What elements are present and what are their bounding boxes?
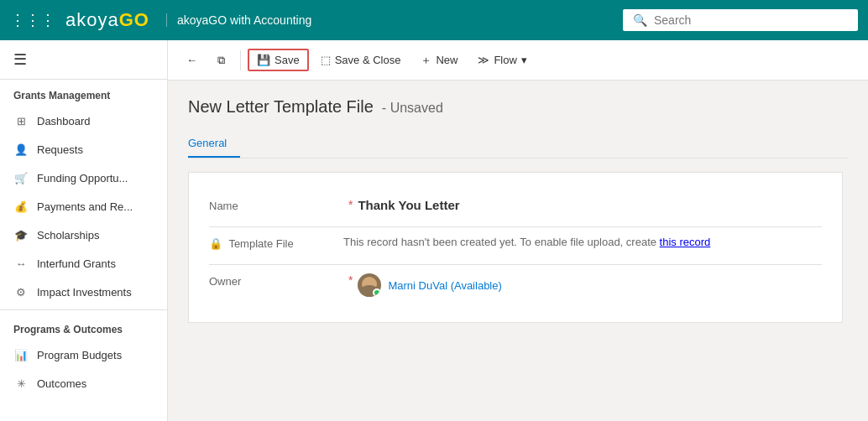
funding-icon: 🛒 xyxy=(13,170,29,185)
flow-button[interactable]: ≫ Flow ▾ xyxy=(469,49,535,70)
sidebar-item-label: Interfund Grants xyxy=(37,257,116,270)
save-icon: 💾 xyxy=(257,54,270,66)
owner-value: Marni DuVal (Available) xyxy=(358,273,822,297)
form-card: Name * Thank You Letter 🔒 Template File … xyxy=(188,172,843,323)
toolbar: ← ⧉ 💾 Save ⬚ Save & Close ＋ New ≫ Flow ▾ xyxy=(168,40,868,81)
form-row-owner: Owner * Marni DuVal (Available) xyxy=(209,265,822,305)
sidebar-item-requests[interactable]: 👤 Requests xyxy=(0,135,167,164)
window-button[interactable]: ⧉ xyxy=(209,49,233,71)
flow-icon: ≫ xyxy=(478,54,489,66)
save-label: Save xyxy=(275,54,300,66)
tab-general[interactable]: General xyxy=(188,130,240,158)
hamburger-menu-button[interactable]: ☰ xyxy=(0,40,167,80)
new-label: New xyxy=(436,54,458,66)
sidebar-section-grants: Grants Management xyxy=(0,80,167,107)
new-icon: ＋ xyxy=(421,53,431,68)
new-button[interactable]: ＋ New xyxy=(412,49,466,72)
sidebar-item-label: Requests xyxy=(37,143,83,156)
page-title-suffix: - Unsaved xyxy=(378,101,442,115)
logo-akoya-text: akoya xyxy=(65,9,119,31)
sidebar: ☰ Grants Management ⊞ Dashboard 👤 Reques… xyxy=(0,40,168,421)
owner-required-indicator: * xyxy=(348,273,353,287)
sidebar-item-interfund[interactable]: ↔ Interfund Grants xyxy=(0,249,167,278)
sidebar-item-label: Outcomes xyxy=(37,377,86,390)
requests-icon: 👤 xyxy=(13,142,29,157)
main-layout: ☰ Grants Management ⊞ Dashboard 👤 Reques… xyxy=(0,40,868,421)
template-file-value: This record hasn't been created yet. To … xyxy=(343,236,822,248)
search-icon: 🔍 xyxy=(633,13,647,27)
page-title: New Letter Template File - Unsaved xyxy=(188,97,848,117)
logo-go-text: GO xyxy=(119,9,149,31)
save-close-icon: ⬚ xyxy=(321,54,331,66)
dashboard-icon: ⊞ xyxy=(13,113,29,128)
name-required-indicator: * xyxy=(348,198,353,211)
top-navigation: ⋮⋮⋮ akoyaGO akoyaGO with Accounting 🔍 xyxy=(0,0,868,40)
owner-label: Owner xyxy=(209,273,343,288)
logo: akoyaGO xyxy=(65,9,149,31)
sidebar-item-program-budgets[interactable]: 📊 Program Budgets xyxy=(0,340,167,369)
save-close-label: Save & Close xyxy=(335,54,401,66)
impact-icon: ⚙ xyxy=(13,284,29,299)
flow-label: Flow xyxy=(494,54,516,66)
owner-name[interactable]: Marni DuVal (Available) xyxy=(388,279,501,292)
owner-status-dot xyxy=(373,288,381,297)
page-title-prefix: New Letter Template File xyxy=(188,97,374,116)
tab-bar: General xyxy=(188,130,848,159)
avatar xyxy=(358,273,381,297)
toolbar-separator xyxy=(240,50,241,70)
content-area: ← ⧉ 💾 Save ⬚ Save & Close ＋ New ≫ Flow ▾ xyxy=(168,40,868,421)
scholarships-icon: 🎓 xyxy=(13,227,29,242)
form-row-name: Name * Thank You Letter xyxy=(209,190,822,226)
sidebar-item-funding[interactable]: 🛒 Funding Opportu... xyxy=(0,164,167,192)
app-name-label: akoyaGO with Accounting xyxy=(166,13,311,27)
save-button[interactable]: 💾 Save xyxy=(248,49,309,71)
sidebar-item-label: Program Budgets xyxy=(37,349,122,361)
sidebar-item-outcomes[interactable]: ✳ Outcomes xyxy=(0,369,167,398)
sidebar-item-label: Scholarships xyxy=(37,229,99,242)
page-content: New Letter Template File - Unsaved Gener… xyxy=(168,81,868,421)
template-file-link[interactable]: this record xyxy=(660,236,711,248)
payments-icon: 💰 xyxy=(13,199,29,214)
lock-icon: 🔒 xyxy=(209,237,222,250)
window-icon: ⧉ xyxy=(217,54,225,67)
flow-chevron-icon: ▾ xyxy=(521,54,527,66)
sidebar-item-label: Dashboard xyxy=(37,115,91,127)
search-box[interactable]: 🔍 xyxy=(623,9,858,31)
template-file-label: 🔒 Template File xyxy=(209,236,343,250)
form-row-template-file: 🔒 Template File This record hasn't been … xyxy=(209,227,822,264)
back-icon: ← xyxy=(186,54,197,66)
sidebar-item-payments[interactable]: 💰 Payments and Re... xyxy=(0,192,167,221)
sidebar-item-scholarships[interactable]: 🎓 Scholarships xyxy=(0,221,167,249)
save-close-button[interactable]: ⬚ Save & Close xyxy=(312,49,410,70)
name-value: Thank You Letter xyxy=(358,198,822,212)
sidebar-item-label: Payments and Re... xyxy=(37,200,133,213)
outcomes-icon: ✳ xyxy=(13,376,29,391)
sidebar-item-label: Funding Opportu... xyxy=(37,172,128,185)
interfund-icon: ↔ xyxy=(13,256,29,271)
program-budgets-icon: 📊 xyxy=(13,347,29,362)
sidebar-item-impact[interactable]: ⚙ Impact Investments xyxy=(0,278,167,306)
sidebar-divider xyxy=(0,309,167,310)
sidebar-section-programs: Programs & Outcomes xyxy=(0,314,167,340)
back-button[interactable]: ← xyxy=(178,49,206,70)
sidebar-item-label: Impact Investments xyxy=(37,286,132,299)
name-label: Name xyxy=(209,198,343,212)
search-input[interactable] xyxy=(654,13,848,27)
sidebar-item-dashboard[interactable]: ⊞ Dashboard xyxy=(0,107,167,135)
app-grid-icon[interactable]: ⋮⋮⋮ xyxy=(10,11,55,29)
